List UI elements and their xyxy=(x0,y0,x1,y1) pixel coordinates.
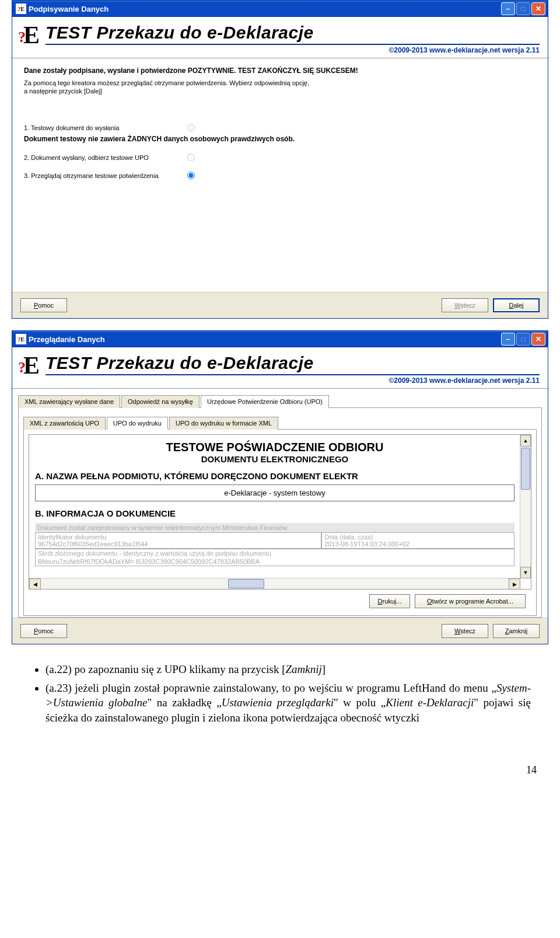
wizard-header: ?E TEST Przekazu do e-Deklaracje ©2009-2… xyxy=(12,347,548,389)
scroll-left-icon[interactable]: ◀ xyxy=(29,578,41,590)
scroll-right-icon[interactable]: ▶ xyxy=(509,578,520,590)
wizard-title: TEST Przekazu do e-Deklaracje xyxy=(46,23,540,43)
button-bar: Pomoc Wstecz Zamknij xyxy=(12,618,548,644)
wizard-content: Dane zostały podpisane, wysłane i potwie… xyxy=(12,58,548,292)
next-button[interactable]: Dalej xyxy=(493,298,540,312)
wizard-subtitle: ©2009-2013 www.e-deklaracje.net wersja 2… xyxy=(46,44,540,54)
info-line-1: Za pomocą tego kreatora możesz przegląda… xyxy=(24,79,536,86)
help-button[interactable]: Pomoc xyxy=(20,624,67,638)
wizard-subtitle: ©2009-2013 www.e-deklaracje.net wersja 2… xyxy=(46,374,540,385)
logo-icon: ?E xyxy=(18,23,40,47)
close-wizard-button[interactable]: Zamknij xyxy=(493,624,540,638)
instruction-text: (a.22) po zapoznaniu się z UPO klikamy n… xyxy=(12,656,548,741)
option-1-radio[interactable] xyxy=(187,124,195,131)
close-button[interactable]: ✕ xyxy=(531,333,545,346)
app-icon: ?E xyxy=(16,334,26,344)
tab-upo-print[interactable]: UPO do wydruku xyxy=(107,417,168,430)
bullet-a23: (a.23) jeżeli plugin został poprawnie za… xyxy=(46,681,531,726)
wizard-header: ?E TEST Przekazu do e-Deklaracje ©2009-2… xyxy=(12,17,548,58)
bullet-a22: (a.22) po zapoznaniu się z UPO klikamy n… xyxy=(46,662,531,677)
tab-area: XML zawierający wysłane dane Odpowiedź n… xyxy=(12,389,548,618)
option-3-radio[interactable] xyxy=(187,172,195,179)
titlebar[interactable]: ?E Przeglądanie Danych – □ ✕ xyxy=(12,331,548,347)
minimize-button[interactable]: – xyxy=(501,2,515,15)
scroll-thumb[interactable] xyxy=(228,579,264,588)
minimize-button[interactable]: – xyxy=(501,333,515,346)
option-2-radio[interactable] xyxy=(187,154,195,161)
tab-response[interactable]: Odpowiedź na wysyłkę xyxy=(121,395,200,408)
tab-upo-xml[interactable]: XML z zawartością UPO xyxy=(23,417,106,430)
doc-id-label: Identyfikator dokumentu xyxy=(38,533,318,541)
wizard-title: TEST Przekazu do e-Deklaracje xyxy=(46,353,540,373)
window-title: Podpisywanie Danych xyxy=(29,5,501,13)
scroll-down-icon[interactable]: ▼ xyxy=(520,567,531,578)
print-button[interactable]: Drukuj... xyxy=(369,594,410,608)
window-title: Przeglądanie Danych xyxy=(29,335,501,344)
help-button[interactable]: Pomoc xyxy=(20,298,67,312)
doc-date-value: 2013-08-19T14:03:24.000+02 xyxy=(324,541,512,548)
doc-hash-value: BNsuru7zuNrbRf67fDOkADaYM= I53283C390C90… xyxy=(36,557,514,566)
option-2-label: 2. Dokument wysłany, odbierz testowe UPO xyxy=(24,154,187,161)
app-icon: ?E xyxy=(16,4,26,14)
option-1-note: Dokument testowy nie zawiera ŻADNYCH dan… xyxy=(24,135,536,143)
section-a-header: A. NAZWA PEŁNA PODMIOTU, KTÓREMU DORĘCZO… xyxy=(35,469,514,483)
scroll-thumb[interactable] xyxy=(521,448,530,490)
logo-icon: ?E xyxy=(18,353,40,378)
titlebar[interactable]: ?E Podpisywanie Danych – □ ✕ xyxy=(12,1,548,17)
section-b-header: B. INFORMACJA O DOKUMENCIE xyxy=(35,506,514,521)
info-line-2: a następnie przycisk [Dalej] xyxy=(24,88,536,95)
tab-xml-sent[interactable]: XML zawierający wysłane dane xyxy=(18,395,120,408)
maximize-button: □ xyxy=(516,2,530,15)
doc-id-value: 96754d2c70f6035ed1eaec913ba1f844 xyxy=(38,541,318,548)
section-b-note: Dokument został zarejestrowany w systemi… xyxy=(35,523,514,532)
page-number: 14 xyxy=(0,764,560,788)
doc-hash-label: Skrót złożonego dokumentu - identyczny z… xyxy=(36,549,514,557)
window-podpisywanie: ?E Podpisywanie Danych – □ ✕ ?E TEST Prz… xyxy=(12,0,548,319)
success-message: Dane zostały podpisane, wysłane i potwie… xyxy=(24,67,536,75)
maximize-button: □ xyxy=(516,333,530,346)
button-bar: Pomoc Wstecz Dalej xyxy=(12,292,548,318)
tab-upo[interactable]: Urzędowe Potwierdzenie Odbioru (UPO) xyxy=(201,395,329,408)
section-a-value: e-Deklaracje - system testowy xyxy=(35,484,514,501)
back-button[interactable]: Wstecz xyxy=(442,624,488,638)
close-button[interactable]: ✕ xyxy=(531,2,545,15)
doc-date-label: Dnia (data, czas) xyxy=(324,533,512,541)
document-viewer: TESTOWE POŚWIADCZENIE ODBIORU DOKUMENTU … xyxy=(29,434,531,590)
upo-title: TESTOWE POŚWIADCZENIE ODBIORU xyxy=(35,441,514,454)
option-1-label: 1. Testowy dokument do wysłania xyxy=(24,124,187,131)
vertical-scrollbar[interactable]: ▲ ▼ xyxy=(520,435,531,578)
upo-subtitle: DOKUMENTU ELEKTRONICZNEGO xyxy=(35,454,514,464)
horizontal-scrollbar[interactable]: ◀ ▶ xyxy=(29,578,520,589)
tab-upo-print-xml[interactable]: UPO do wydruku w formacie XML xyxy=(169,417,278,430)
scroll-up-icon[interactable]: ▲ xyxy=(520,435,531,447)
back-button: Wstecz xyxy=(442,298,488,312)
open-acrobat-button[interactable]: Otwórz w programie Acrobat... xyxy=(415,594,526,608)
option-3-label: 3. Przeglądaj otrzymane testowe potwierd… xyxy=(24,172,187,179)
window-przegladanie: ?E Przeglądanie Danych – □ ✕ ?E TEST Prz… xyxy=(12,330,548,644)
